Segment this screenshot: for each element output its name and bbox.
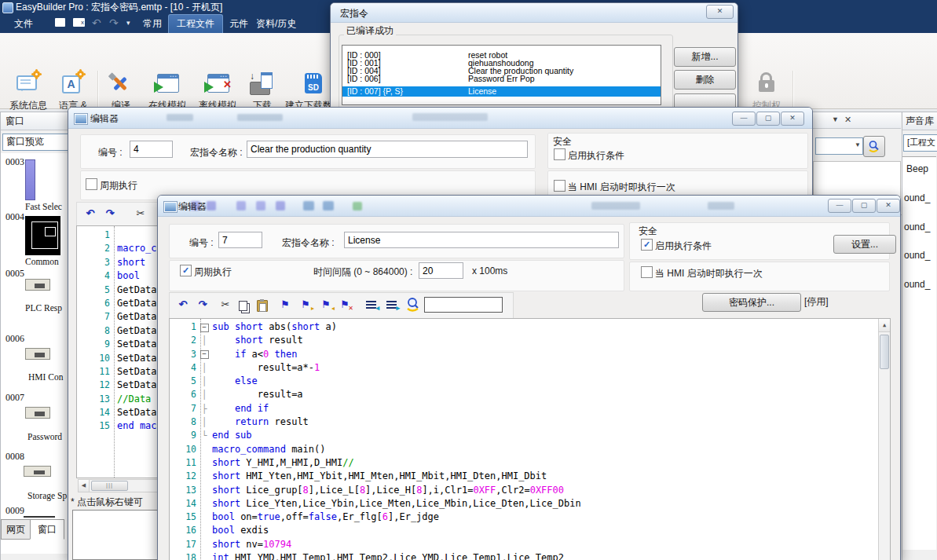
compile-button[interactable]: 编译 (101, 69, 141, 112)
menu-file[interactable]: 文件 (6, 14, 41, 33)
control-token-button[interactable]: 控制权 (741, 69, 792, 112)
cut-icon[interactable]: ✂ (218, 298, 232, 312)
online-sim-button[interactable]: 在线模拟 (143, 69, 192, 112)
redo-icon[interactable]: ↷ (109, 16, 119, 29)
macro-name-input[interactable] (344, 232, 619, 248)
paste-icon[interactable] (257, 300, 268, 312)
scrollbar-thumb[interactable] (880, 335, 889, 369)
offline-sim-button[interactable]: ✕ 离线模拟 (193, 69, 242, 112)
close-icon[interactable]: ✕ (877, 199, 900, 213)
password-protect-button[interactable]: 密码保护... (702, 293, 801, 312)
window-thumbnail[interactable] (25, 407, 50, 419)
indent-icon[interactable]: ▸ (386, 301, 397, 309)
code-line: 11short Y_HMI,M_HMI,D_HMI// (170, 456, 890, 470)
periodic-checkbox[interactable]: ✓ (180, 265, 192, 276)
find-icon[interactable] (406, 297, 420, 315)
exec-condition-checkbox[interactable] (554, 148, 565, 160)
security-label: 安全 (553, 135, 572, 148)
delete-macro-button[interactable]: 删除 (674, 70, 736, 90)
window-item-label[interactable]: Fast Selec (25, 202, 62, 211)
startup-checkbox[interactable] (554, 180, 565, 192)
vertical-scrollbar[interactable]: ▲ (878, 319, 890, 560)
interval-input[interactable] (419, 262, 463, 279)
macro-id-input[interactable] (130, 141, 173, 158)
periodic-checkbox[interactable] (86, 178, 97, 190)
window-item-label[interactable]: Password (27, 432, 62, 441)
window-item-id[interactable]: 0004 (5, 211, 24, 223)
scroll-left-arrow[interactable]: ◀ (79, 480, 90, 492)
tab-project[interactable]: 工程文件 (168, 14, 223, 34)
code-line: 1−sub short abs(short a) (170, 320, 890, 334)
sound-item[interactable]: ound_ (904, 221, 930, 232)
window-item-label[interactable]: PLC Resp (25, 303, 62, 313)
window-item-id[interactable]: 0006 (5, 333, 24, 345)
panel-menu-icon[interactable]: ▼ (832, 115, 839, 123)
search-address-button[interactable] (863, 136, 885, 157)
tab-window[interactable]: 窗口 (30, 519, 64, 540)
macro-row[interactable]: [ID : 006]Password Err Pop (342, 74, 661, 84)
window-item-id[interactable]: 0003 (5, 156, 24, 168)
window-thumbnail[interactable] (25, 348, 50, 360)
cut-icon[interactable]: ✂ (134, 207, 148, 221)
window-item-id[interactable]: 0008 (5, 451, 24, 463)
sound-item[interactable]: ound_ (904, 250, 930, 261)
scroll-up-arrow[interactable]: ▲ (879, 319, 890, 332)
code-line: 7├ end if (170, 402, 890, 415)
sound-project-dropdown[interactable]: [工程文 (903, 134, 937, 152)
tab-common[interactable]: 常用 (135, 14, 170, 33)
undo-icon[interactable]: ↶ (83, 207, 97, 221)
window-item-label[interactable]: Common (25, 257, 59, 266)
toggle-bookmark-icon[interactable]: ⚑ (278, 298, 292, 312)
add-macro-button[interactable]: 新增... (674, 47, 736, 67)
maximize-icon[interactable]: ▢ (852, 199, 876, 213)
macro-row-selected[interactable]: [ID : 007] {P, S}License (342, 86, 661, 97)
next-bookmark-icon[interactable]: ⚑▸ (298, 298, 313, 312)
window-thumbnail[interactable] (25, 279, 50, 291)
editor2-code-area[interactable]: 1−sub short abs(short a)2│ short result3… (169, 318, 891, 560)
window-item-id[interactable]: 0007 (5, 392, 24, 404)
minimize-icon[interactable]: — (828, 199, 851, 213)
undo-icon[interactable]: ↶ (92, 16, 101, 29)
startup-checkbox[interactable] (641, 266, 653, 278)
window-preview-dropdown[interactable]: 窗口预览 (2, 134, 71, 151)
sound-item[interactable]: ound_ (904, 192, 930, 203)
qat-customize-icon[interactable]: ▾ (126, 19, 130, 27)
tab-data-history[interactable]: 资料/历史 (248, 14, 304, 33)
window-item-label[interactable]: HMI Con (28, 372, 63, 382)
sound-item[interactable]: ound_ (904, 279, 930, 290)
export-window-icon[interactable]: x (73, 18, 85, 27)
window-item-id[interactable]: 0009 (5, 505, 24, 517)
tab-webpage[interactable]: 网页 (1, 519, 31, 540)
undo-icon[interactable]: ↶ (176, 298, 190, 312)
panel-close-icon[interactable]: ✕ (844, 115, 851, 125)
sound-item[interactable]: Beep (906, 163, 928, 174)
close-icon[interactable]: ✕ (781, 112, 804, 126)
settings-button[interactable]: 设置... (833, 235, 896, 254)
window-item-id[interactable]: 0005 (5, 268, 24, 280)
clear-bookmarks-icon[interactable]: ⚑✕ (338, 298, 352, 312)
horizontal-scrollbar[interactable]: ◀ ||| (78, 479, 161, 492)
window-preview-list: 0003 Fast Selec 0004 Common 0005 PLC Res… (1, 153, 68, 554)
minimize-icon[interactable]: — (732, 112, 756, 126)
copy-icon[interactable] (239, 301, 247, 311)
window-thumbnail[interactable] (25, 216, 60, 255)
scrollbar-thumb[interactable]: ||| (91, 481, 128, 491)
window-thumbnail[interactable] (24, 516, 55, 518)
macro-id-input[interactable] (218, 232, 262, 248)
maximize-icon[interactable]: ▢ (756, 112, 780, 126)
redo-icon[interactable]: ↷ (103, 207, 117, 221)
window-item-label[interactable]: Storage Sp (27, 491, 67, 500)
panel-combo[interactable]: ▼ (815, 137, 863, 155)
system-info-button[interactable]: 系统信息 (6, 69, 50, 112)
close-icon[interactable]: ✕ (706, 5, 734, 19)
find-input[interactable] (424, 297, 503, 313)
save-icon[interactable] (55, 18, 65, 27)
download-button[interactable]: ↓ 下载 (243, 69, 281, 112)
redo-icon[interactable]: ↷ (196, 298, 210, 312)
outdent-icon[interactable]: ◂ (366, 301, 376, 309)
exec-condition-checkbox[interactable]: ✓ (641, 239, 653, 251)
window-thumbnail[interactable] (24, 466, 51, 477)
window-thumbnail[interactable] (25, 159, 35, 200)
prev-bookmark-icon[interactable]: ⚑◂ (319, 298, 333, 312)
macro-name-input[interactable] (247, 141, 528, 158)
